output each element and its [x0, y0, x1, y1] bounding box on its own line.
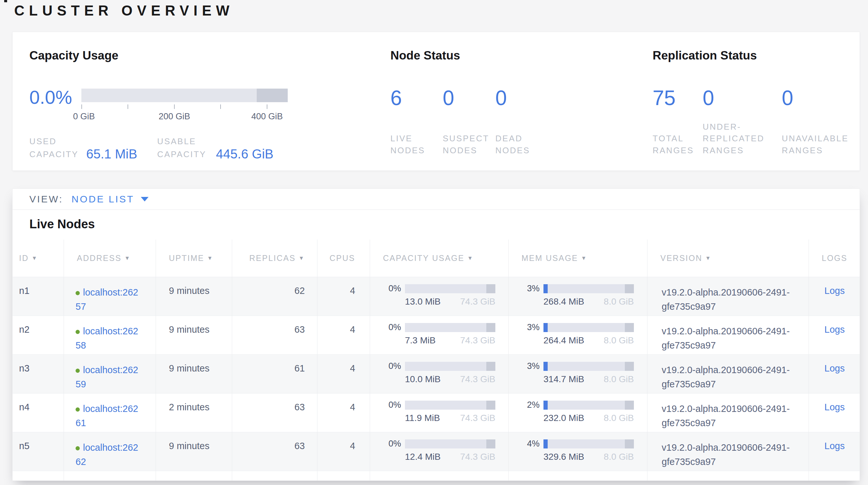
header-version[interactable]: VERSION▼: [647, 239, 809, 277]
capacity-used: 13.0 MiB: [405, 296, 441, 307]
mem-meter-track: [544, 284, 634, 293]
mem-total: 8.0 GiB: [604, 296, 634, 307]
dead-nodes-label: DEAD NODES: [495, 133, 534, 156]
capacity-meter: 0%: [383, 284, 508, 293]
logs-link[interactable]: Logs: [825, 441, 845, 451]
header-replicas[interactable]: REPLICAS▼: [232, 239, 317, 277]
axis-label: 0 GiB: [73, 112, 95, 121]
axis-label: 400 GiB: [251, 112, 283, 121]
live-nodes-table: ID▼ ADDRESS▼ UPTIME▼ REPLICAS▼ CPUS CAPA…: [12, 239, 860, 481]
usable-capacity-metric: USABLE CAPACITY 445.6 GiB: [157, 135, 274, 161]
node-list-card: VIEW: NODE LIST Live Nodes ID▼ ADDRESS▼ …: [12, 189, 860, 481]
logs-link[interactable]: Logs: [825, 324, 845, 335]
axis-tick: [128, 105, 128, 109]
header-address[interactable]: ADDRESS▼: [64, 239, 156, 277]
cluster-summary-card: Capacity Usage 0.0% 0 GiB 200 GiB 400 Gi…: [12, 32, 860, 171]
node-address-cell: localhost:26262: [64, 432, 156, 471]
replication-status-title: Replication Status: [653, 49, 757, 62]
axis-tick: [267, 105, 268, 109]
node-status-title: Node Status: [391, 49, 460, 62]
live-status-dot-icon: [75, 291, 80, 295]
stat-unavailable-ranges: 0 UNAVAILABLE RANGES: [782, 88, 858, 156]
node-mem-cell: 3% 264.4 MiB 8.0 GiB: [508, 316, 647, 354]
node-mem-cell: 2% 232.0 MiB 8.0 GiB: [508, 394, 647, 432]
replication-status-panel: Replication Status 75 TOTAL RANGES 0 UND…: [653, 32, 859, 170]
table-row: n5 localhost:26262 9 minutes 63 4 0% 12.…: [12, 432, 860, 471]
node-logs-cell: Logs: [809, 394, 860, 432]
node-id: n2: [12, 316, 64, 354]
node-version: v19.2.0-alpha.20190606-2491-gfe735c9a97: [647, 394, 809, 432]
header-logs: LOGS: [809, 239, 860, 277]
stat-total-ranges: 75 TOTAL RANGES: [653, 88, 703, 156]
header-capacity-usage[interactable]: CAPACITY USAGE▼: [370, 239, 508, 277]
node-address-cell: localhost:26261: [64, 394, 156, 432]
live-status-dot-icon: [75, 330, 80, 334]
node-logs-cell: Logs: [809, 355, 860, 393]
node-cpus: 4: [317, 316, 370, 354]
table-header-row: ID▼ ADDRESS▼ UPTIME▼ REPLICAS▼ CPUS CAPA…: [12, 239, 860, 277]
node-id: n1: [12, 277, 64, 316]
table-row: n2 localhost:26258 9 minutes 63 4 0% 7.3…: [12, 316, 860, 354]
header-cpus: CPUS: [317, 239, 370, 277]
sort-arrow-icon: ▼: [467, 255, 473, 262]
live-status-dot-icon: [75, 369, 80, 373]
logs-link[interactable]: Logs: [825, 286, 845, 296]
stat-dead-nodes: 0 DEAD NODES: [495, 88, 563, 156]
usable-capacity-label: USABLE CAPACITY: [157, 135, 212, 161]
total-ranges-value: 75: [653, 88, 703, 108]
mem-used: 268.4 MiB: [544, 296, 584, 307]
node-cpus: 4: [317, 355, 370, 393]
header-id[interactable]: ID▼: [12, 239, 64, 277]
header-mem-usage[interactable]: MEM USAGE▼: [508, 239, 647, 277]
capacity-used-percent: 0.0%: [29, 87, 72, 108]
sort-arrow-icon: ▼: [299, 255, 305, 262]
logs-link[interactable]: Logs: [825, 402, 845, 412]
view-label: VIEW:: [29, 194, 63, 205]
stat-live-nodes: 6 LIVE NODES: [391, 88, 443, 156]
node-address-cell: localhost:26257: [64, 277, 156, 316]
node-cpus: 4: [317, 432, 370, 471]
node-mem-cell: 4% 329.6 MiB 8.0 GiB: [508, 432, 647, 471]
sort-arrow-icon: ▼: [207, 255, 213, 262]
node-logs-cell: Logs: [809, 277, 860, 316]
stat-suspect-nodes: 0 SUSPECT NODES: [443, 88, 495, 156]
capacity-usage-title: Capacity Usage: [29, 49, 119, 62]
node-replicas: 61: [232, 355, 317, 393]
node-address-link[interactable]: localhost:26258: [75, 326, 138, 350]
capacity-usage-panel: Capacity Usage 0.0% 0 GiB 200 GiB 400 Gi…: [29, 32, 378, 170]
under-replicated-ranges-label: UNDER-REPLICATED RANGES: [703, 121, 771, 156]
table-row: n4 localhost:26261 2 minutes 63 4 0% 11.…: [12, 393, 860, 432]
node-address-link[interactable]: localhost:26259: [75, 365, 138, 389]
node-address-link[interactable]: localhost:26257: [75, 287, 138, 312]
sort-arrow-icon: ▼: [581, 255, 587, 262]
axis-label: 200 GiB: [159, 112, 190, 121]
cropped-ui-fragment: [4, 0, 7, 2]
logs-link[interactable]: Logs: [825, 363, 845, 373]
node-status-stats: 6 LIVE NODES 0 SUSPECT NODES 0 DEAD NODE…: [391, 88, 563, 156]
sort-arrow-icon: ▼: [124, 255, 130, 262]
header-uptime[interactable]: UPTIME▼: [156, 239, 232, 277]
node-cpus: 4: [317, 277, 370, 316]
mem-meter-dark-segment: [625, 284, 634, 293]
replication-status-stats: 75 TOTAL RANGES 0 UNDER-REPLICATED RANGE…: [653, 88, 858, 156]
unavailable-ranges-value: 0: [782, 88, 858, 108]
node-capacity-cell: 0% 13.0 MiB 74.3 GiB: [370, 277, 508, 316]
suspect-nodes-label: SUSPECT NODES: [443, 133, 491, 156]
sort-arrow-icon: ▼: [32, 255, 38, 262]
node-address-link[interactable]: localhost:26262: [75, 442, 138, 467]
node-id: n5: [12, 432, 64, 471]
node-replicas: 62: [232, 277, 317, 316]
view-bar: VIEW: NODE LIST: [12, 189, 860, 210]
node-status-panel: Node Status 6 LIVE NODES 0 SUSPECT NODES…: [391, 32, 649, 170]
capacity-axis-ticks: [82, 105, 288, 109]
node-address-link[interactable]: localhost:26261: [75, 403, 138, 428]
stat-under-replicated-ranges: 0 UNDER-REPLICATED RANGES: [703, 88, 782, 156]
axis-tick: [82, 105, 82, 109]
node-logs-cell: Logs: [809, 316, 860, 354]
node-capacity-cell: 0% 7.3 MiB 74.3 GiB: [370, 316, 508, 354]
view-dropdown-value: NODE LIST: [71, 194, 134, 205]
capacity-bar: [82, 89, 288, 102]
view-dropdown[interactable]: NODE LIST: [71, 194, 148, 205]
suspect-nodes-value: 0: [443, 88, 495, 108]
axis-tick: [174, 105, 175, 109]
